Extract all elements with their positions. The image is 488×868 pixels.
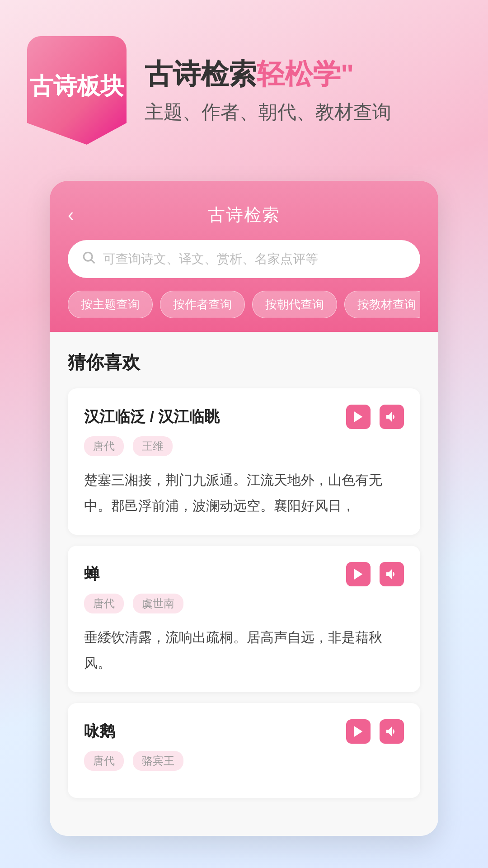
hero-title-highlight: 轻松学 bbox=[257, 58, 341, 90]
svg-marker-4 bbox=[354, 726, 363, 737]
dynasty-tag: 唐代 bbox=[84, 594, 124, 613]
poem-card: 蝉 唐代 虞世南 垂緌饮清露，流响出疏桐。居高声自远，非是藉秋风。 bbox=[68, 546, 420, 692]
dynasty-tag: 唐代 bbox=[84, 436, 124, 456]
search-icon bbox=[81, 250, 96, 268]
poem-content: 垂緌饮清露，流响出疏桐。居高声自远，非是藉秋风。 bbox=[84, 624, 404, 676]
svg-marker-3 bbox=[354, 569, 363, 580]
search-bar[interactable]: 可查询诗文、译文、赏析、名家点评等 bbox=[68, 240, 420, 278]
app-header: ‹ 古诗检索 可查询诗文、译文、赏析、名家点评等 按主题查询 按作者查询 按朝代… bbox=[50, 181, 438, 332]
author-tag: 虞世南 bbox=[133, 594, 183, 613]
poem-card-header: 蝉 bbox=[84, 562, 404, 586]
poem-meta: 唐代 王维 bbox=[84, 436, 404, 456]
hero-subtitle: 主题、作者、朝代、教材查询 bbox=[145, 99, 461, 125]
play-audio-button[interactable] bbox=[380, 562, 404, 586]
content-area: 猜你喜欢 汉江临泛 / 汉江临眺 唐代 王维 楚塞三湘接，荆门九派通。江流天地外… bbox=[50, 332, 438, 836]
back-button[interactable]: ‹ bbox=[68, 205, 74, 225]
poem-card: 汉江临泛 / 汉江临眺 唐代 王维 楚塞三湘接，荆门九派通。江流天地外，山色有无… bbox=[68, 388, 420, 535]
poem-title: 汉江临泛 / 汉江临眺 bbox=[84, 406, 220, 427]
search-placeholder: 可查询诗文、译文、赏析、名家点评等 bbox=[103, 250, 318, 268]
filter-tab-textbook[interactable]: 按教材查询 bbox=[344, 291, 420, 318]
poem-card-header: 汉江临泛 / 汉江临眺 bbox=[84, 405, 404, 429]
filter-tab-author[interactable]: 按作者查询 bbox=[160, 291, 245, 318]
poem-meta: 唐代 骆宾王 bbox=[84, 751, 404, 771]
play-video-button[interactable] bbox=[346, 562, 371, 586]
hero-title-quote: " bbox=[341, 58, 354, 90]
author-tag: 王维 bbox=[133, 436, 173, 456]
filter-tab-dynasty[interactable]: 按朝代查询 bbox=[252, 291, 337, 318]
poem-content: 楚塞三湘接，荆门九派通。江流天地外，山色有无中。郡邑浮前浦，波澜动远空。襄阳好风… bbox=[84, 467, 404, 519]
poem-actions bbox=[346, 405, 404, 429]
phone-mockup: ‹ 古诗检索 可查询诗文、译文、赏析、名家点评等 按主题查询 按作者查询 按朝代… bbox=[50, 181, 438, 836]
poem-actions bbox=[346, 562, 404, 586]
hero-title: 古诗检索轻松学" bbox=[145, 56, 461, 93]
app-badge: 古诗 板块 bbox=[27, 36, 127, 145]
app-header-top: ‹ 古诗检索 bbox=[68, 203, 420, 226]
badge-line2: 板块 bbox=[77, 72, 124, 100]
play-audio-button[interactable] bbox=[380, 719, 404, 744]
badge-line1: 古诗 bbox=[30, 72, 77, 100]
dynasty-tag: 唐代 bbox=[84, 751, 124, 771]
filter-tabs: 按主题查询 按作者查询 按朝代查询 按教材查询 bbox=[68, 291, 420, 318]
svg-point-0 bbox=[84, 252, 92, 261]
hero-text: 古诗检索轻松学" 主题、作者、朝代、教材查询 bbox=[145, 56, 461, 125]
svg-marker-2 bbox=[354, 411, 363, 422]
poem-card-header: 咏鹅 bbox=[84, 719, 404, 744]
play-audio-button[interactable] bbox=[380, 405, 404, 429]
section-title: 猜你喜欢 bbox=[68, 350, 420, 375]
play-video-button[interactable] bbox=[346, 719, 371, 744]
play-video-button[interactable] bbox=[346, 405, 371, 429]
poem-actions bbox=[346, 719, 404, 744]
poem-title: 咏鹅 bbox=[84, 721, 115, 742]
author-tag: 骆宾王 bbox=[133, 751, 183, 771]
poem-meta: 唐代 虞世南 bbox=[84, 594, 404, 613]
poem-card: 咏鹅 唐代 骆宾王 bbox=[68, 703, 420, 798]
filter-tab-theme[interactable]: 按主题查询 bbox=[68, 291, 153, 318]
hero-section: 古诗 板块 古诗检索轻松学" 主题、作者、朝代、教材查询 bbox=[0, 0, 488, 172]
poem-title: 蝉 bbox=[84, 564, 99, 585]
hero-title-normal: 古诗检索 bbox=[145, 58, 257, 90]
svg-line-1 bbox=[91, 260, 94, 263]
app-title: 古诗检索 bbox=[208, 203, 280, 226]
